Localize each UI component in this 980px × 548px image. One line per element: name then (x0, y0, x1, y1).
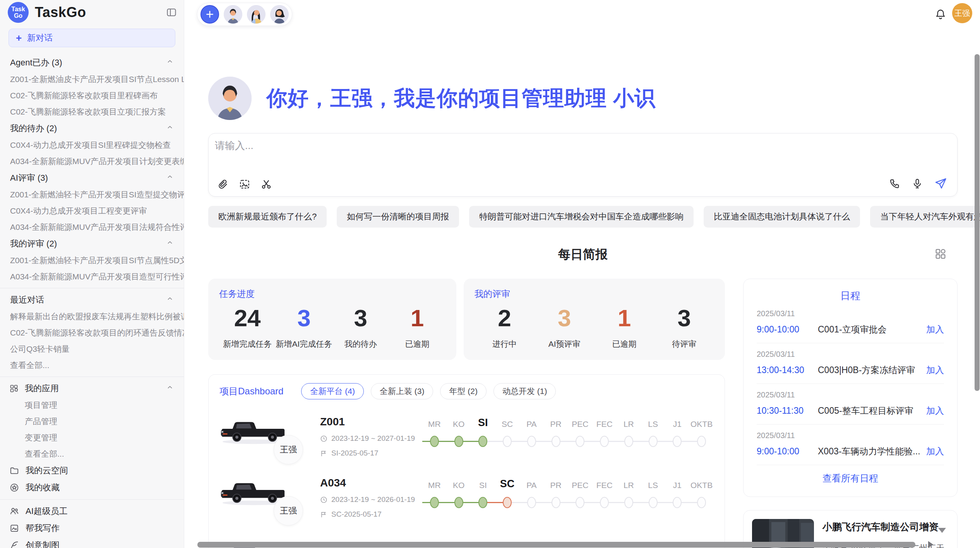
dashboard-filter-pill[interactable]: 年型 (2) (440, 383, 487, 399)
join-link[interactable]: 加入 (926, 445, 944, 457)
notification-bell-icon[interactable] (934, 8, 947, 22)
sidebar-section-header[interactable]: Agent已办 (3) (0, 54, 184, 71)
sidebar-item-creative-drawing[interactable]: 创意制图 (0, 537, 184, 548)
sidebar-section-header-recent[interactable]: 最近对话 (0, 291, 184, 308)
chat-input-box (208, 133, 958, 197)
sidebar-app-item[interactable]: 变更管理 (0, 430, 184, 446)
suggestion-chip[interactable]: 比亚迪全固态电池计划具体说了什么 (704, 206, 860, 228)
suggestion-chip[interactable]: 如何写一份清晰的项目周报 (337, 206, 459, 228)
sidebar-item[interactable]: 查看全部... (0, 357, 184, 373)
add-agent-button[interactable] (200, 5, 219, 24)
user-avatar[interactable]: 王强 (952, 3, 972, 23)
left-column: 任务进度 24新增完成任务3新增AI完成任务3我的待办1已逾期 我的评审 2进行… (208, 279, 725, 548)
stat-value: 1 (389, 304, 445, 332)
milestone-dot (624, 436, 633, 447)
milestone-dot (624, 497, 633, 508)
sidebar-app-item[interactable]: 产品管理 (0, 413, 184, 430)
sidebar-item-ai-super-staff[interactable]: AI超级员工 (0, 503, 184, 520)
scissors-icon[interactable] (260, 178, 272, 190)
sidebar-app-item[interactable]: 查看全部... (0, 446, 184, 462)
dashboard-filter-pill[interactable]: 动总开发 (1) (493, 383, 556, 399)
attachment-icon[interactable] (217, 178, 229, 190)
suggestion-chip[interactable]: 欧洲新规最近颁布了什么? (208, 206, 327, 228)
send-icon[interactable] (934, 177, 947, 190)
chat-input[interactable] (215, 139, 873, 166)
agent-avatar-1[interactable] (224, 5, 242, 24)
agent-avatar-2[interactable] (247, 5, 266, 24)
sidebar-item-favorites[interactable]: 我的收藏 (0, 479, 184, 496)
stat-value: 3 (276, 304, 332, 332)
sidebar-section-header[interactable]: AI评审 (3) (0, 170, 184, 187)
project-row[interactable]: 王强 A034 2023-12-19 ~ 2026-01-19 (219, 476, 714, 537)
chevron-up-icon[interactable] (166, 123, 174, 134)
view-all-schedule-link[interactable]: 查看所有日程 (757, 472, 944, 485)
star-badge-icon (9, 483, 19, 493)
sidebar-item[interactable]: C0X4-动力总成开发项目SI里程碑提交物检查 (0, 137, 184, 153)
sidebar-app-item[interactable]: 项目管理 (0, 397, 184, 413)
divider (0, 288, 184, 288)
milestone-dot (576, 497, 584, 508)
plus-icon (205, 9, 215, 19)
join-link[interactable]: 加入 (926, 324, 944, 336)
sidebar-item[interactable]: Z001-全新燃油轻卡产品开发项目SI节点属性5D文件评审 (0, 252, 184, 269)
sidebar-section-header[interactable]: 我的待办 (2) (0, 120, 184, 137)
vertical-scrollbar[interactable] (975, 54, 980, 391)
sidebar-item[interactable]: 公司Q3轻卡销量 (0, 341, 184, 357)
dashboard-filter-pill[interactable]: 全新平台 (4) (301, 383, 364, 399)
input-tools (217, 178, 272, 190)
sidebar-item[interactable]: Z001-全新燃油轻卡产品开发项目SI造型提交物评审 (0, 187, 184, 203)
milestone-dot (503, 497, 512, 508)
dashboard-filter-pill[interactable]: 全新上装 (3) (371, 383, 433, 399)
chevron-up-icon[interactable] (166, 173, 174, 183)
sidebar-item[interactable]: A034-全新新能源MUV产品开发项目造型可行性评审 (0, 269, 184, 285)
image-upload-icon[interactable] (239, 178, 250, 190)
scroll-down-arrow[interactable] (938, 528, 946, 533)
schedule-event: 2025/03/119:00-10:00C001-立项审批会加入 (757, 303, 944, 343)
sidebar-item-cloud-space[interactable]: 我的云空间 (0, 462, 184, 479)
sidebar-collapse-icon[interactable] (166, 7, 177, 19)
sidebar-item[interactable]: C02-飞腾新能源轻客改款项目立项汇报方案 (0, 104, 184, 120)
milestone-dot (454, 436, 463, 447)
milestone-node (544, 434, 568, 448)
stat-item: 3新增AI完成任务 (276, 304, 332, 349)
stat-item: 2进行中 (475, 304, 535, 349)
suggestion-chip[interactable]: 特朗普可能对进口汽车增税会对中国车企造成哪些影响 (469, 206, 694, 228)
suggestion-chip[interactable]: 当下年轻人对汽车外观有怎样的喜好趋势 (870, 206, 980, 228)
sidebar-item[interactable]: A034-全新新能源MUV产品开发项目法规符合性评审 (0, 219, 184, 235)
chevron-up-icon[interactable] (166, 295, 174, 305)
app-root: Task Go TaskGo + 新对话 Agent已办 (3)Z001-全新燃… (0, 0, 980, 548)
sidebar-item[interactable]: C02-飞腾新能源轻客改款项目里程碑画布 (0, 87, 184, 104)
main-area: 王强 你好，王强，我是你的项目管理助理 小识 (184, 0, 980, 548)
microphone-icon[interactable] (911, 178, 923, 189)
horizontal-scrollbar[interactable] (197, 542, 915, 548)
milestone-dot (649, 436, 658, 447)
sidebar-item[interactable]: C02-飞腾新能源轻客改款项目的闭环通告反馈情况 (0, 325, 184, 341)
chevron-up-icon[interactable] (166, 384, 174, 394)
milestone-node (568, 434, 593, 448)
milestone-node (617, 434, 641, 448)
milestone-node (568, 495, 593, 509)
sidebar-item[interactable]: C0X4-动力总成开发项目工程变更评审 (0, 203, 184, 219)
phone-call-icon[interactable] (889, 178, 901, 189)
project-row[interactable]: 王强 Z001 2023-12-19 ~ 2027-01-19 (219, 415, 714, 476)
milestone-label: FEC (592, 420, 617, 429)
sidebar-item[interactable]: A034-全新新能源MUV产品开发项目计划变更表编写 (0, 153, 184, 170)
sidebar-item[interactable]: Z001-全新燃油皮卡产品开发项目SI节点Lesson Learn报告 (0, 71, 184, 87)
layout-grid-icon[interactable] (934, 248, 947, 262)
scroll-right-arrow[interactable] (928, 541, 933, 548)
dashboard-header: 项目Dashboard 全新平台 (4)全新上装 (3)年型 (2)动总开发 (… (219, 383, 714, 399)
join-link[interactable]: 加入 (926, 364, 944, 376)
stat-label: 已逾期 (389, 339, 445, 349)
agent-avatar-3[interactable] (270, 5, 289, 24)
new-chat-button[interactable]: + 新对话 (9, 29, 175, 47)
sidebar-section-header[interactable]: 我的评审 (2) (0, 235, 184, 252)
sidebar-item-help-write[interactable]: 帮我写作 (0, 520, 184, 537)
sidebar-item-my-apps[interactable]: 我的应用 (0, 380, 184, 397)
join-link[interactable]: 加入 (926, 405, 944, 417)
sidebar-item[interactable]: 解释最新出台的欧盟报废车法规再生塑料比例被调至15%... (0, 308, 184, 325)
milestone-node (665, 434, 690, 448)
chevron-up-icon[interactable] (166, 239, 174, 249)
clock-icon (320, 496, 327, 503)
project-flag-text: SC-2025-05-17 (331, 510, 382, 519)
chevron-up-icon[interactable] (166, 58, 174, 68)
